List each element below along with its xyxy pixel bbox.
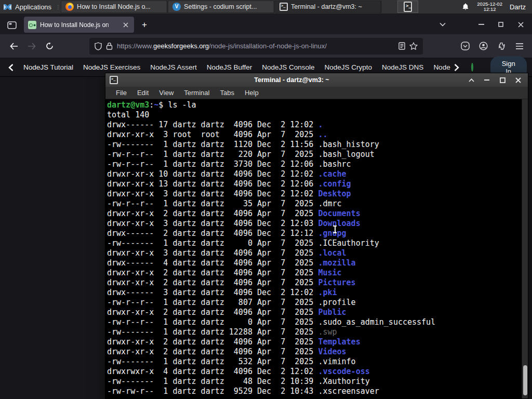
terminal-line: drwxr-xr-x 2 dartz dartz 4096 Apr 7 2025… (107, 337, 521, 347)
terminal-line: drwxr-xr-x 13 dartz dartz 4096 Dec 2 12:… (107, 179, 521, 189)
window-close-button[interactable] (513, 19, 528, 30)
terminal-line: -rw-r--r-- 1 dartz dartz 35 Apr 7 2025 .… (107, 199, 521, 209)
terminal-icon (404, 2, 412, 12)
tab-close-icon[interactable] (122, 21, 130, 29)
terminal-output: dartz@vm3:~$ ls -latotal 140drwx------ 1… (107, 100, 521, 396)
window-maximize-button[interactable] (494, 19, 508, 30)
site-nav-item[interactable]: Node (433, 63, 450, 71)
terminal-line: drwxr-xr-x 2 dartz dartz 4096 Apr 7 2025… (107, 347, 521, 357)
terminal-line: drwxr-xr-x 3 dartz dartz 4096 Dec 2 12:0… (107, 189, 521, 199)
panel-status-area: 2025-12-02 12:12 Dartz (461, 0, 532, 14)
firefox-icon (65, 3, 74, 11)
url-path: /node-js/installation-of-node-js-on-linu… (209, 42, 327, 50)
terminal-line: drwx------ 4 dartz dartz 4096 Apr 7 2025… (107, 258, 521, 268)
terminal-scrollbar[interactable] (522, 99, 528, 398)
reader-mode-icon[interactable] (398, 42, 405, 50)
terminal-menubar: FileEditViewTerminalTabsHelp (105, 87, 528, 99)
nav-scroll-left-icon[interactable] (8, 64, 14, 71)
terminal-line: drwxrwxr-x 4 dartz dartz 4096 Dec 2 12:0… (107, 367, 521, 377)
notification-bell-icon[interactable] (461, 3, 470, 11)
terminal-line: -rw-rw-r-- 1 dartz dartz 9529 Dec 2 10:4… (107, 387, 521, 396)
browser-toolbar: https://www.geeksforgeeks.org/node-js/in… (0, 34, 532, 58)
terminal-line: drwxr-xr-x 2 dartz dartz 4096 Apr 7 2025… (107, 308, 521, 317)
clock[interactable]: 2025-12-02 12:12 (477, 2, 502, 12)
url-bar[interactable]: https://www.geeksforgeeks.org/node-js/in… (89, 38, 423, 55)
reload-button[interactable] (42, 38, 57, 54)
terminal-line: drwxr-xr-x 3 root root 4096 Apr 7 2025 .… (107, 130, 521, 140)
terminal-line: drwxr-xr-x 3 dartz dartz 4096 Apr 7 2025… (107, 248, 521, 258)
tabbar-controls (435, 19, 528, 30)
taskbar-button-label: Settings - codium script... (184, 3, 257, 10)
terminal-menu-item[interactable]: View (154, 89, 179, 97)
back-button[interactable] (6, 38, 22, 54)
site-nav-item[interactable]: NodeJS Tutorial (23, 63, 73, 71)
terminal-launcher-button[interactable] (397, 1, 418, 13)
account-icon[interactable] (479, 42, 488, 50)
site-nav-item[interactable]: NodeJS Exercises (83, 63, 140, 71)
desktop-panel: Applications ⋮ How to Install Node.js o.… (0, 0, 532, 14)
window-minimize-button[interactable] (474, 19, 488, 30)
url-prefix: https://www. (117, 42, 153, 50)
terminal-line: drwx------ 2 dartz dartz 4096 Dec 2 12:1… (107, 229, 521, 238)
firefox-view-button[interactable] (4, 18, 20, 33)
terminal-titlebar[interactable]: Terminal - dartz@vm3: ~ (105, 73, 528, 87)
terminal-shade-button[interactable] (466, 75, 477, 85)
pocket-icon[interactable] (461, 42, 470, 50)
clock-time: 12:12 (477, 7, 502, 12)
lock-icon[interactable] (106, 42, 113, 50)
new-tab-button[interactable]: + (137, 18, 152, 32)
search-icon[interactable] (471, 63, 473, 72)
nav-scroll-right-icon[interactable] (454, 64, 459, 71)
taskbar-button[interactable]: How to Install Node.js o... (61, 1, 167, 13)
terminal-maximize-button[interactable] (497, 75, 508, 85)
terminal-menu-item[interactable]: Edit (132, 89, 154, 97)
url-text: https://www.geeksforgeeks.org/node-js/in… (117, 42, 394, 50)
distro-logo-icon (3, 3, 12, 11)
tracking-shield-icon[interactable] (95, 42, 102, 50)
terminal-line: drwx------ 17 dartz dartz 4096 Dec 2 12:… (107, 120, 521, 130)
site-nav-item[interactable]: NodeJS DNS (382, 63, 423, 71)
window-taskbar: How to Install Node.js o...Settings - co… (61, 0, 382, 14)
tab-title: How to Install Node.js on (40, 21, 118, 29)
extensions-icon[interactable] (497, 42, 506, 50)
site-nav-item[interactable]: NodeJS Console (262, 63, 314, 71)
panel-separator: ⋮ (56, 0, 61, 14)
taskbar-button-label: How to Install Node.js o... (77, 3, 151, 10)
terminal-menu-item[interactable]: File (111, 89, 132, 97)
url-domain: geeksforgeeks.org (153, 42, 209, 50)
terminal-menu-item[interactable]: Terminal (179, 89, 215, 97)
terminal-line: -rw-r--r-- 1 dartz dartz 0 Apr 7 2025 .s… (107, 317, 521, 327)
terminal-close-button[interactable] (512, 75, 524, 85)
site-nav-item[interactable]: NodeJS Assert (150, 63, 196, 71)
site-nav-item[interactable]: NodeJS Crypto (325, 63, 373, 71)
bookmark-star-icon[interactable] (409, 42, 418, 50)
taskbar-button-label: Terminal - dartz@vm3: ~ (291, 3, 362, 10)
list-all-tabs-icon[interactable] (435, 19, 450, 30)
browser-tab-bar: How to Install Node.js on + (0, 14, 532, 34)
applications-menu-button[interactable]: Applications (0, 0, 56, 14)
terminal-title: Terminal - dartz@vm3: ~ (122, 76, 461, 84)
browser-tab[interactable]: How to Install Node.js on (24, 17, 134, 33)
terminal-scrollbar-thumb[interactable] (523, 365, 527, 395)
site-nav-item[interactable]: NodeJS Buffer (207, 63, 252, 71)
terminal-menu-item[interactable]: Tabs (215, 89, 239, 97)
applications-label: Applications (15, 3, 51, 11)
taskbar-button[interactable]: Settings - codium script... (168, 1, 274, 13)
terminal-line: -rw-r--r-- 1 dartz dartz 807 Apr 7 2025 … (107, 298, 521, 308)
toolbar-right-icons (461, 42, 526, 50)
user-menu[interactable]: Dartz (510, 3, 527, 11)
taskbar-button[interactable]: Terminal - dartz@vm3: ~ (275, 1, 381, 13)
terminal-window: Terminal - dartz@vm3: ~ FileEditViewTerm… (105, 73, 528, 399)
terminal-line: -rw------- 1 dartz dartz 1120 Dec 2 11:5… (107, 140, 521, 150)
terminal-icon (280, 3, 288, 11)
codium-icon (172, 3, 181, 11)
terminal-line: -rw-r--r-- 1 dartz dartz 220 Apr 7 2025 … (107, 150, 521, 159)
terminal-line: -rw------- 1 dartz dartz 532 Apr 7 2025 … (107, 357, 521, 367)
terminal-menu-item[interactable]: Help (240, 89, 264, 97)
terminal-minimize-button[interactable] (481, 75, 493, 85)
terminal-line: drwx------ 3 dartz dartz 4096 Dec 2 12:0… (107, 288, 521, 298)
menu-hamburger-icon[interactable] (515, 43, 524, 49)
terminal-content[interactable]: dartz@vm3:~$ ls -latotal 140drwx------ 1… (105, 99, 528, 398)
geeksforgeeks-favicon (28, 21, 36, 29)
forward-button[interactable] (24, 38, 39, 54)
